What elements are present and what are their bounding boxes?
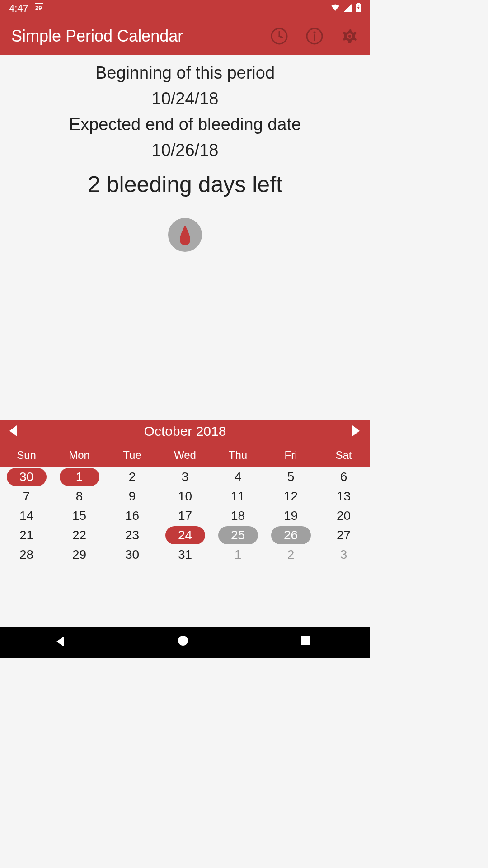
- home-circle-icon: [177, 635, 189, 646]
- calendar-day[interactable]: 24: [159, 526, 211, 544]
- day-header: Mon: [53, 443, 106, 467]
- day-header: Sun: [0, 443, 53, 467]
- expected-day-pill: 25: [218, 526, 258, 544]
- recent-button[interactable]: [300, 635, 317, 651]
- recent-square-icon: [300, 635, 311, 646]
- app-title: Simple Period Calendar: [11, 27, 270, 46]
- calendar-row: 28293031123: [0, 545, 370, 564]
- calendar-day[interactable]: 30: [106, 547, 159, 562]
- calendar-day[interactable]: 19: [264, 509, 317, 523]
- calendar-day[interactable]: 27: [317, 528, 370, 542]
- chevron-right-icon: [350, 425, 362, 437]
- calendar-day[interactable]: 22: [53, 528, 106, 542]
- calendar-row: 30123456: [0, 467, 370, 486]
- calendar-day[interactable]: 23: [106, 528, 159, 542]
- calendar-day[interactable]: 16: [106, 509, 159, 523]
- expected-day-pill: 26: [271, 526, 311, 544]
- wifi-icon: [330, 3, 340, 14]
- calendar-day[interactable]: 29: [53, 547, 106, 562]
- svg-point-12: [178, 636, 188, 646]
- calendar-header: October 2018: [0, 420, 370, 443]
- calendar-day[interactable]: 7: [0, 489, 53, 504]
- svg-line-6: [279, 36, 282, 38]
- status-time: 4:47: [9, 3, 28, 14]
- calendar-day[interactable]: 20: [317, 509, 370, 523]
- status-bar: 4:47 29: [0, 0, 370, 17]
- blood-drop-icon: [177, 224, 193, 246]
- calendar-day[interactable]: 4: [211, 470, 264, 484]
- calendar-day[interactable]: 6: [317, 470, 370, 484]
- calendar-grid: 3012345678910111213141516171819202122232…: [0, 467, 370, 564]
- info-button[interactable]: [305, 27, 324, 45]
- calendar-day[interactable]: 3: [317, 547, 370, 562]
- prev-month-button[interactable]: [7, 425, 20, 438]
- day-header: Sat: [317, 443, 370, 467]
- day-headers: SunMonTueWedThuFriSat: [0, 443, 370, 467]
- calendar-day[interactable]: 31: [159, 547, 211, 562]
- app-bar-icons: [270, 27, 359, 45]
- svg-rect-13: [301, 636, 310, 645]
- calendar-day[interactable]: 1: [211, 547, 264, 562]
- gear-icon: [341, 28, 358, 45]
- chevron-left-icon: [7, 425, 19, 437]
- calendar-day[interactable]: 30: [0, 468, 53, 486]
- calendar-day[interactable]: 25: [211, 526, 264, 544]
- calendar-day[interactable]: 26: [264, 526, 317, 544]
- calendar-day[interactable]: 18: [211, 509, 264, 523]
- calendar-row: 14151617181920: [0, 506, 370, 525]
- end-label: Expected end of bleeding date: [0, 112, 370, 137]
- period-day-pill: 1: [60, 468, 99, 486]
- svg-rect-2: [357, 3, 360, 4]
- temperature-icon: 29: [35, 3, 44, 14]
- navigation-bar: [0, 627, 370, 658]
- calendar-day[interactable]: 14: [0, 509, 53, 523]
- calendar-day[interactable]: 21: [0, 528, 53, 542]
- calendar-day[interactable]: 2: [106, 470, 159, 484]
- end-date: 10/26/18: [0, 137, 370, 163]
- status-left: 4:47 29: [9, 3, 44, 14]
- info-icon: [306, 28, 323, 45]
- month-label: October 2018: [144, 424, 226, 439]
- calendar-day[interactable]: 12: [264, 489, 317, 504]
- cell-signal-icon: [344, 3, 352, 14]
- calendar-day[interactable]: 15: [53, 509, 106, 523]
- period-day-pill: 30: [7, 468, 47, 486]
- clock-icon: [271, 28, 288, 45]
- calendar-row: 78910111213: [0, 486, 370, 506]
- period-day-pill: 24: [165, 526, 205, 544]
- calendar-day[interactable]: 10: [159, 489, 211, 504]
- calendar-day[interactable]: 3: [159, 470, 211, 484]
- calendar-day[interactable]: 28: [0, 547, 53, 562]
- svg-point-11: [348, 35, 351, 38]
- day-header: Tue: [106, 443, 159, 467]
- home-button[interactable]: [177, 635, 193, 651]
- back-button[interactable]: [54, 635, 70, 651]
- begin-label: Beginning of this period: [0, 60, 370, 86]
- svg-point-8: [314, 31, 316, 33]
- back-triangle-icon: [54, 635, 67, 648]
- spacer: [0, 257, 370, 420]
- calendar-day[interactable]: 13: [317, 489, 370, 504]
- next-month-button[interactable]: [350, 425, 363, 438]
- battery-icon: [356, 3, 361, 14]
- calendar-day[interactable]: 8: [53, 489, 106, 504]
- day-header: Thu: [211, 443, 264, 467]
- svg-text:29: 29: [35, 5, 42, 11]
- calendar-row: 21222324252627: [0, 525, 370, 545]
- settings-button[interactable]: [341, 27, 359, 45]
- drop-icon-container: [0, 218, 370, 252]
- days-left: 2 bleeding days left: [0, 171, 370, 198]
- calendar-day[interactable]: 2: [264, 547, 317, 562]
- calendar-day[interactable]: 1: [53, 468, 106, 486]
- calendar-day[interactable]: 9: [106, 489, 159, 504]
- calendar-day[interactable]: 5: [264, 470, 317, 484]
- clock-button[interactable]: [270, 27, 288, 45]
- begin-date: 10/24/18: [0, 86, 370, 112]
- bottom-spacer: [0, 564, 370, 627]
- drop-button[interactable]: [168, 218, 202, 252]
- day-header: Wed: [159, 443, 211, 467]
- status-right: [330, 3, 361, 14]
- info-section: Beginning of this period 10/24/18 Expect…: [0, 55, 370, 257]
- calendar-day[interactable]: 11: [211, 489, 264, 504]
- calendar-day[interactable]: 17: [159, 509, 211, 523]
